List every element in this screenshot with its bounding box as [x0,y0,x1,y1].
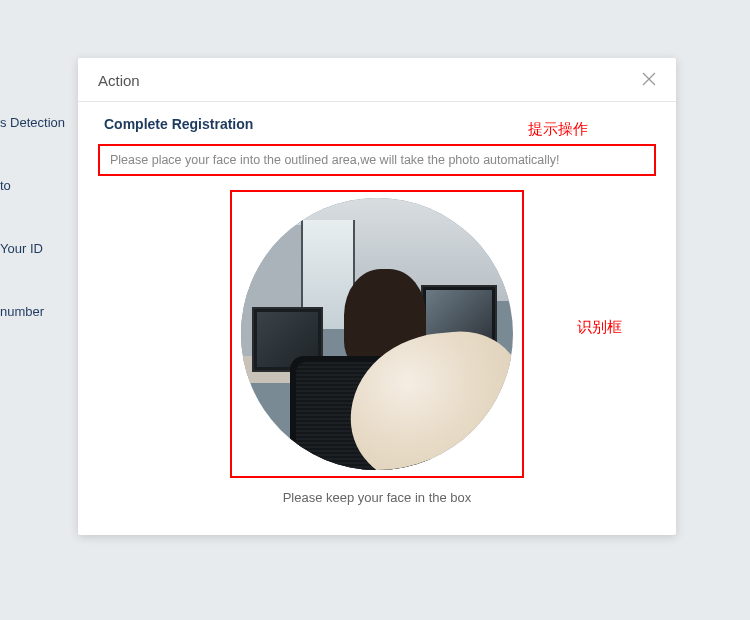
camera-preview [241,198,513,470]
camera-area: 识别框 [98,190,656,478]
hint-text: Please place your face into the outlined… [110,153,644,167]
hint-box: Please place your face into the outlined… [98,144,656,176]
camera-scene [241,198,513,470]
recognition-box [230,190,524,478]
modal: Action Complete Registration 提示操作 Please… [78,58,676,535]
modal-body: Complete Registration 提示操作 Please place … [78,102,676,535]
keep-face-text: Please keep your face in the box [98,490,656,505]
modal-header: Action [78,58,676,102]
modal-title: Action [98,72,140,89]
annotation-hint-label: 提示操作 [528,120,588,139]
close-icon[interactable] [642,72,656,89]
sidebar-item-detection[interactable]: s Detection [0,105,80,140]
sidebar-item-your-id[interactable]: Your ID [0,231,80,266]
close-icon-svg [642,72,656,86]
sidebar: s Detection to Your ID number [0,0,80,620]
hint-row: 提示操作 Please place your face into the out… [98,144,656,176]
sidebar-item-number[interactable]: number [0,294,80,329]
sidebar-item-to[interactable]: to [0,168,80,203]
annotation-box-label: 识别框 [577,318,622,337]
